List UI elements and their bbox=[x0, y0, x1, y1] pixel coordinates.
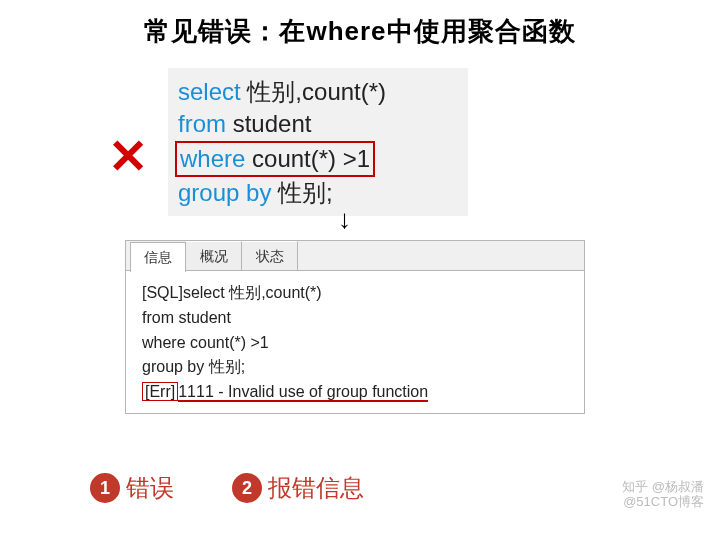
arrow-down-icon: ↓ bbox=[338, 204, 351, 235]
sql-text: count(*) >1 bbox=[245, 145, 370, 172]
where-highlight-box: where count(*) >1 bbox=[175, 141, 375, 177]
legend-item-message: 2 报错信息 bbox=[232, 472, 364, 504]
result-error-line: [Err]1111 - Invalid use of group functio… bbox=[142, 380, 570, 405]
keyword-where: where bbox=[180, 145, 245, 172]
keyword-from: from bbox=[178, 110, 226, 137]
tab-info[interactable]: 信息 bbox=[130, 242, 186, 272]
result-line: where count(*) >1 bbox=[142, 331, 570, 356]
sql-text: student bbox=[226, 110, 311, 137]
cross-icon: ✕ bbox=[108, 128, 148, 184]
sql-code-block: select 性别,count(*) from student where co… bbox=[168, 68, 468, 216]
legend-label: 错误 bbox=[126, 472, 174, 504]
watermark: 知乎 @杨叔潘 @51CTO博客 bbox=[622, 479, 704, 510]
sql-line-4: group by 性别; bbox=[178, 177, 458, 209]
sql-text: 性别,count(*) bbox=[241, 78, 386, 105]
page-title: 常见错误：在where中使用聚合函数 bbox=[0, 0, 720, 49]
watermark-line: @51CTO博客 bbox=[622, 494, 704, 510]
tabs-bar: 信息 概况 状态 bbox=[126, 241, 584, 271]
result-line: from student bbox=[142, 306, 570, 331]
err-tag: [Err] bbox=[142, 382, 178, 401]
sql-line-2: from student bbox=[178, 108, 458, 140]
tab-status[interactable]: 状态 bbox=[242, 241, 298, 270]
err-message: 1111 - Invalid use of group function bbox=[178, 383, 428, 402]
legend: 1 错误 2 报错信息 bbox=[90, 472, 364, 504]
keyword-select: select bbox=[178, 78, 241, 105]
result-body: [SQL]select 性别,count(*) from student whe… bbox=[126, 271, 584, 413]
badge-2-icon: 2 bbox=[232, 473, 262, 503]
sql-text: 性别; bbox=[271, 179, 332, 206]
legend-label: 报错信息 bbox=[268, 472, 364, 504]
result-line: [SQL]select 性别,count(*) bbox=[142, 281, 570, 306]
result-line: group by 性别; bbox=[142, 355, 570, 380]
legend-item-error: 1 错误 bbox=[90, 472, 174, 504]
result-panel: 信息 概况 状态 [SQL]select 性别,count(*) from st… bbox=[125, 240, 585, 414]
tab-profile[interactable]: 概况 bbox=[186, 241, 242, 270]
keyword-groupby: group by bbox=[178, 179, 271, 206]
watermark-line: 知乎 @杨叔潘 bbox=[622, 479, 704, 495]
sql-line-1: select 性别,count(*) bbox=[178, 76, 458, 108]
badge-1-icon: 1 bbox=[90, 473, 120, 503]
